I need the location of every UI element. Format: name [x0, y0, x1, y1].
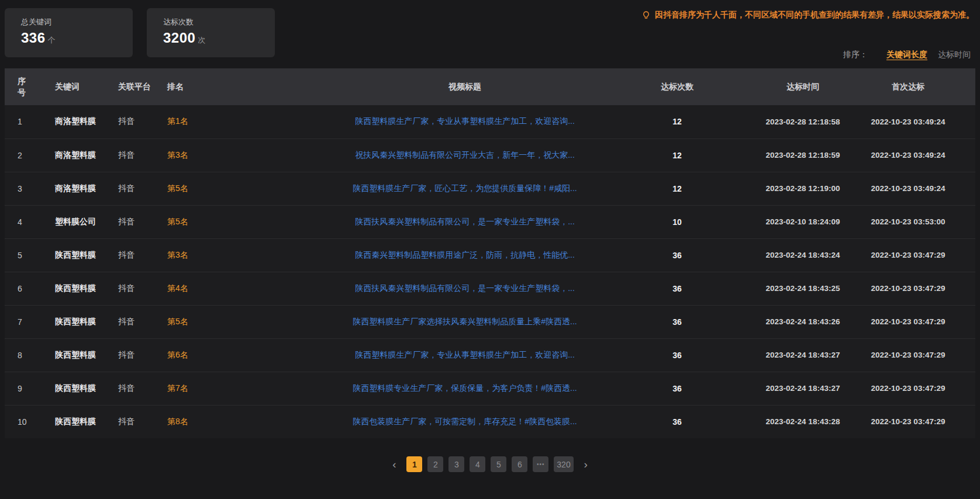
row-reach-count: 12	[613, 105, 741, 138]
stat-value: 336个	[21, 30, 133, 46]
col-header-first-reach: 首次达标	[864, 68, 975, 105]
table-header: 序号 关键词 关联平台 排名 视频标题 达标次数 达标时间 首次达标	[5, 68, 975, 105]
row-reach-count: 36	[613, 338, 741, 372]
keyword-ranking-dashboard: 总关键词 336个 达标次数 3200次 因抖音排序为千人千面，不同区域不同的手…	[0, 0, 980, 499]
row-first-reach: 2022-10-23 03:47:29	[864, 405, 975, 438]
row-first-reach: 2022-10-23 03:47:29	[864, 338, 975, 372]
stat-number: 3200	[163, 30, 195, 46]
row-first-reach: 2022-10-23 03:49:24	[864, 138, 975, 172]
sort-option-reach-time[interactable]: 达标时间	[938, 50, 971, 59]
row-first-reach: 2022-10-23 03:47:29	[864, 305, 975, 338]
row-reach-count: 10	[613, 205, 741, 238]
sort-option-keyword-length[interactable]: 关键词长度	[886, 50, 927, 59]
row-reach-count: 12	[613, 138, 741, 172]
row-platform: 抖音	[118, 105, 159, 138]
page-button-320[interactable]: 320	[554, 456, 573, 472]
video-title-link[interactable]: 陕西秦兴塑料制品塑料膜用途广泛，防雨，抗静电，性能优...	[355, 250, 575, 259]
ellipsis-button[interactable]: •••	[533, 456, 548, 472]
row-platform: 抖音	[118, 405, 159, 438]
video-title-link[interactable]: 陕西塑料膜生产厂家，匠心工艺，为您提供质量保障！#咸阳...	[353, 183, 577, 193]
video-title-link[interactable]: 陕西塑料膜生产厂家，专业从事塑料膜生产加工，欢迎咨询...	[355, 116, 575, 126]
stats-row: 总关键词 336个 达标次数 3200次	[0, 0, 980, 57]
page-buttons: 123456•••320	[406, 456, 573, 472]
row-reach-count: 36	[613, 238, 741, 272]
next-page-button[interactable]: ›	[579, 456, 593, 472]
row-platform: 抖音	[118, 338, 159, 372]
row-reach-count: 36	[613, 405, 741, 438]
row-first-reach: 2022-10-23 03:49:24	[864, 105, 975, 138]
row-reach-time: 2023-02-24 18:43:28	[741, 405, 864, 438]
row-first-reach: 2022-10-23 03:53:00	[864, 205, 975, 238]
table-row: 6 陕西塑料膜 抖音 第4名 陕西扶风秦兴塑料制品有限公司，是一家专业生产塑料袋…	[5, 272, 975, 305]
stat-unit: 个	[48, 36, 56, 44]
table-row: 10 陕西塑料膜 抖音 第8名 陕西包装膜生产厂家，可按需定制，库存充足！#陕西…	[5, 405, 975, 438]
table-row: 5 陕西塑料膜 抖音 第3名 陕西秦兴塑料制品塑料膜用途广泛，防雨，抗静电，性能…	[5, 238, 975, 272]
col-header-video-title: 视频标题	[229, 68, 613, 105]
sort-controls: 排序：关键词长度达标时间	[843, 50, 971, 60]
video-title-link[interactable]: 陕西包装膜生产厂家，可按需定制，库存充足！#陕西包装膜...	[353, 417, 577, 426]
row-index: 2	[5, 138, 42, 172]
stat-value: 3200次	[163, 30, 275, 46]
video-title-link[interactable]: 陕西塑料膜生产厂家，专业从事塑料膜生产加工，欢迎咨询...	[355, 350, 575, 359]
row-reach-time: 2023-02-24 18:43:26	[741, 305, 864, 338]
col-header-reach-count: 达标次数	[613, 68, 741, 105]
row-index: 8	[5, 338, 42, 372]
table-row: 7 陕西塑料膜 抖音 第5名 陕西塑料膜生产厂家选择扶风秦兴塑料制品质量上乘#陕…	[5, 305, 975, 338]
row-keyword: 陕西塑料膜	[42, 338, 118, 372]
table-row: 1 商洛塑料膜 抖音 第1名 陕西塑料膜生产厂家，专业从事塑料膜生产加工，欢迎咨…	[5, 105, 975, 138]
row-index: 3	[5, 172, 42, 205]
row-reach-time: 2023-02-10 18:24:09	[741, 205, 864, 238]
row-platform: 抖音	[118, 372, 159, 405]
page-button-5[interactable]: 5	[491, 456, 506, 472]
row-keyword: 塑料膜公司	[42, 205, 118, 238]
row-index: 9	[5, 372, 42, 405]
lightbulb-icon	[641, 11, 651, 20]
video-title-link[interactable]: 陕西塑料膜生产厂家选择扶风秦兴塑料制品质量上乘#陕西透...	[353, 317, 577, 326]
row-keyword: 陕西塑料膜	[42, 305, 118, 338]
stat-label: 达标次数	[163, 17, 275, 27]
row-rank: 第3名	[159, 138, 229, 172]
video-title-link[interactable]: 祝扶风秦兴塑料制品有限公司开业大吉，新年一年，祝大家...	[355, 150, 575, 160]
sort-label: 排序：	[843, 50, 868, 59]
row-reach-time: 2023-02-28 12:18:58	[741, 105, 864, 138]
video-title-link[interactable]: 陕西塑料膜专业生产厂家，保质保量，为客户负责！#陕西透...	[353, 383, 577, 393]
pagination: ‹ 123456•••320 ›	[0, 456, 980, 472]
page-button-3[interactable]: 3	[448, 456, 464, 472]
row-index: 1	[5, 105, 42, 138]
page-button-2[interactable]: 2	[427, 456, 443, 472]
row-first-reach: 2022-10-23 03:47:29	[864, 238, 975, 272]
keyword-ranking-table: 序号 关键词 关联平台 排名 视频标题 达标次数 达标时间 首次达标 1 商洛塑…	[5, 68, 975, 438]
row-reach-time: 2023-02-28 12:18:59	[741, 138, 864, 172]
row-index: 4	[5, 205, 42, 238]
row-keyword: 陕西塑料膜	[42, 238, 118, 272]
stat-card-reach-count: 达标次数 3200次	[147, 8, 275, 57]
page-button-6[interactable]: 6	[512, 456, 527, 472]
table-row: 8 陕西塑料膜 抖音 第6名 陕西塑料膜生产厂家，专业从事塑料膜生产加工，欢迎咨…	[5, 338, 975, 372]
row-rank: 第5名	[159, 172, 229, 205]
row-first-reach: 2022-10-23 03:49:24	[864, 172, 975, 205]
row-keyword: 陕西塑料膜	[42, 272, 118, 305]
col-header-reach-time: 达标时间	[741, 68, 864, 105]
row-reach-count: 36	[613, 305, 741, 338]
row-reach-time: 2023-02-24 18:43:27	[741, 338, 864, 372]
table-body: 1 商洛塑料膜 抖音 第1名 陕西塑料膜生产厂家，专业从事塑料膜生产加工，欢迎咨…	[5, 105, 975, 438]
row-reach-time: 2023-02-28 12:19:00	[741, 172, 864, 205]
col-header-rank: 排名	[159, 68, 229, 105]
video-title-link[interactable]: 陕西扶风秦兴塑料制品有限公司，是一家专业生产塑料袋，...	[355, 217, 575, 226]
disclaimer-text: 因抖音排序为千人千面，不同区域不同的手机查到的结果有差异，结果以实际搜索为准。	[655, 10, 974, 20]
row-platform: 抖音	[118, 238, 159, 272]
row-rank: 第7名	[159, 372, 229, 405]
page-button-1[interactable]: 1	[406, 456, 422, 472]
col-header-platform: 关联平台	[118, 68, 159, 105]
table-row: 4 塑料膜公司 抖音 第5名 陕西扶风秦兴塑料制品有限公司，是一家专业生产塑料袋…	[5, 205, 975, 238]
row-platform: 抖音	[118, 305, 159, 338]
row-first-reach: 2022-10-23 03:47:29	[864, 272, 975, 305]
douyin-disclaimer: 因抖音排序为千人千面，不同区域不同的手机查到的结果有差异，结果以实际搜索为准。	[641, 10, 974, 20]
prev-page-button[interactable]: ‹	[387, 456, 401, 472]
col-header-keyword: 关键词	[42, 68, 118, 105]
video-title-link[interactable]: 陕西扶风秦兴塑料制品有限公司，是一家专业生产塑料袋，...	[355, 283, 575, 293]
row-keyword: 陕西塑料膜	[42, 405, 118, 438]
page-button-4[interactable]: 4	[470, 456, 485, 472]
row-rank: 第6名	[159, 338, 229, 372]
row-platform: 抖音	[118, 172, 159, 205]
